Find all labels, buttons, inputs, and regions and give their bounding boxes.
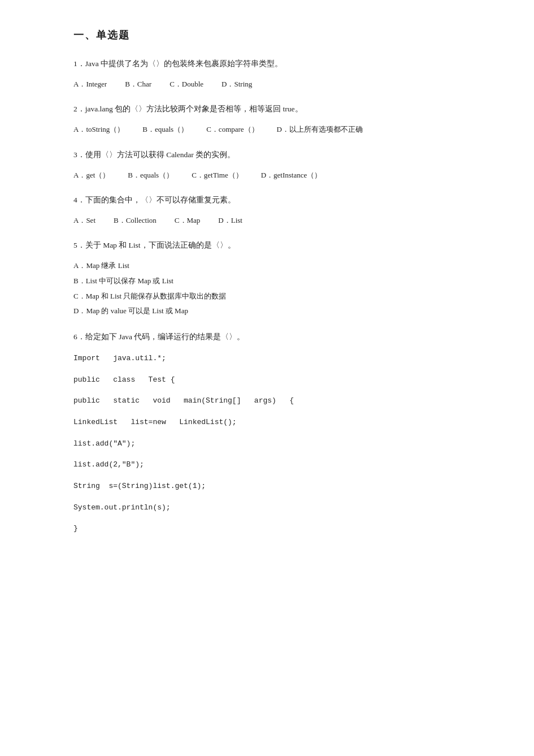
code-line-6-11 — [73, 473, 461, 478]
question-text-2: 2．java.lang 包的〈〉方法比较两个对象是否相等，相等返回 true。 — [73, 103, 461, 116]
code-line-6-3 — [73, 387, 461, 393]
question-block-5: 5．关于 Map 和 List，下面说法正确的是〈〉。A．Map 继承 List… — [73, 239, 461, 318]
question-block-2: 2．java.lang 包的〈〉方法比较两个对象是否相等，相等返回 true。A… — [73, 103, 461, 136]
option-1-1[interactable]: B．Char — [125, 77, 151, 90]
code-line-6-1 — [73, 366, 461, 371]
option-3-1[interactable]: B．equals（） — [128, 169, 173, 182]
question-block-6: 6．给定如下 Java 代码，编译运行的结果是〈〉。Import java.ut… — [73, 331, 461, 537]
code-line-6-13 — [73, 494, 461, 499]
code-block-6: Import java.util.*; public class Test { … — [73, 351, 461, 537]
option-4-0[interactable]: A．Set — [73, 214, 95, 227]
question-text-3: 3．使用〈〉方法可以获得 Calendar 类的实例。 — [73, 149, 461, 162]
option-3-2[interactable]: C．getTime（） — [192, 169, 243, 182]
question-block-4: 4．下面的集合中，〈〉不可以存储重复元素。A．SetB．CollectionC．… — [73, 194, 461, 227]
options-row-1: A．IntegerB．CharC．DoubleD．String — [73, 77, 461, 90]
code-line-6-16: } — [73, 521, 461, 536]
question-text-5: 5．关于 Map 和 List，下面说法正确的是〈〉。 — [73, 239, 461, 252]
option-col-5-3[interactable]: D．Map 的 value 可以是 List 或 Map — [73, 304, 461, 318]
section-title: 一、单选题 — [73, 28, 461, 42]
option-1-0[interactable]: A．Integer — [73, 77, 107, 90]
page: 一、单选题 1．Java 中提供了名为〈〉的包装终来包裹原始字符串类型。A．In… — [0, 0, 534, 756]
code-line-6-15 — [73, 515, 461, 521]
code-line-6-5 — [73, 409, 461, 414]
question-text-4: 4．下面的集合中，〈〉不可以存储重复元素。 — [73, 194, 461, 207]
option-col-5-1[interactable]: B．List 中可以保存 Map 或 List — [73, 274, 461, 288]
option-1-2[interactable]: C．Double — [170, 77, 203, 90]
code-line-6-7 — [73, 430, 461, 435]
code-line-6-6: LinkedList list=new LinkedList(); — [73, 414, 461, 430]
code-line-6-9 — [73, 451, 461, 457]
option-3-0[interactable]: A．get（） — [73, 169, 110, 182]
questions-container: 1．Java 中提供了名为〈〉的包装终来包裹原始字符串类型。A．IntegerB… — [73, 58, 461, 537]
question-text-6: 6．给定如下 Java 代码，编译运行的结果是〈〉。 — [73, 331, 461, 344]
option-col-5-2[interactable]: C．Map 和 List 只能保存从数据库中取出的数据 — [73, 290, 461, 304]
options-row-3: A．get（）B．equals（）C．getTime（）D．getInstanc… — [73, 169, 461, 182]
option-2-2[interactable]: C．compare（） — [206, 123, 258, 136]
option-2-1[interactable]: B．equals（） — [142, 123, 188, 136]
option-2-0[interactable]: A．toString（） — [73, 123, 124, 136]
option-1-3[interactable]: D．String — [222, 77, 252, 90]
code-line-6-12: String s=(String)list.get(1); — [73, 478, 461, 494]
option-3-3[interactable]: D．getInstance（） — [261, 169, 322, 182]
question-block-1: 1．Java 中提供了名为〈〉的包装终来包裹原始字符串类型。A．IntegerB… — [73, 58, 461, 90]
option-2-3[interactable]: D．以上所有选项都不正确 — [277, 123, 363, 136]
option-4-3[interactable]: D．List — [218, 214, 242, 227]
option-4-2[interactable]: C．Map — [175, 214, 201, 227]
code-line-6-14: System.out.println(s); — [73, 500, 461, 515]
question-text-1: 1．Java 中提供了名为〈〉的包装终来包裹原始字符串类型。 — [73, 58, 461, 71]
code-line-6-0: Import java.util.*; — [73, 351, 461, 366]
question-block-3: 3．使用〈〉方法可以获得 Calendar 类的实例。A．get（）B．equa… — [73, 149, 461, 182]
option-col-5-0[interactable]: A．Map 继承 List — [73, 259, 461, 273]
options-row-4: A．SetB．CollectionC．MapD．List — [73, 214, 461, 227]
code-line-6-8: list.add("A"); — [73, 436, 461, 451]
code-line-6-2: public class Test { — [73, 372, 461, 387]
option-4-1[interactable]: B．Collection — [114, 214, 157, 227]
code-line-6-10: list.add(2,"B"); — [73, 457, 461, 472]
options-col-5: A．Map 继承 ListB．List 中可以保存 Map 或 ListC．Ma… — [73, 259, 461, 318]
options-row-2: A．toString（）B．equals（）C．compare（）D．以上所有选… — [73, 123, 461, 136]
code-line-6-4: public static void main(String[] args) { — [73, 393, 461, 408]
